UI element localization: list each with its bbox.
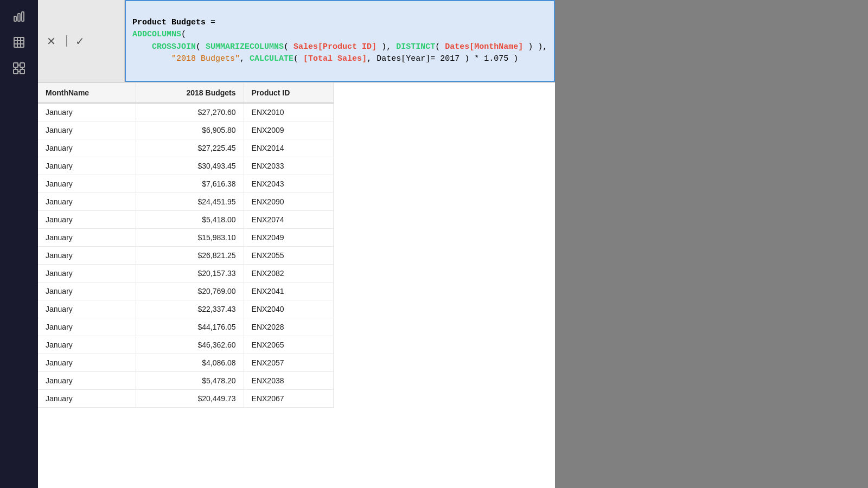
cell-product-id: ENX2009 [244, 121, 333, 139]
cell-month: January [38, 354, 136, 372]
cell-month: January [38, 157, 136, 175]
cell-budget: $4,086.08 [136, 354, 244, 372]
table-row: January$4,086.08ENX2057 [38, 354, 334, 372]
cell-month: January [38, 175, 136, 193]
confirm-button[interactable]: ✓ [72, 33, 89, 50]
cell-product-id: ENX2010 [244, 103, 333, 121]
cell-budget: $7,616.38 [136, 175, 244, 193]
cell-budget: $44,176.05 [136, 318, 244, 336]
formula-field-product-id: Sales[Product ID] [293, 42, 376, 52]
cell-budget: $27,270.60 [136, 103, 244, 121]
cell-budget: $24,451.95 [136, 193, 244, 211]
svg-rect-1 [18, 14, 20, 21]
cell-product-id: ENX2043 [244, 175, 333, 193]
formula-string-budgets: "2018 Budgets" [171, 54, 240, 63]
table-row: January$15,983.10ENX2049 [38, 229, 334, 247]
formula-editor[interactable]: Product Budgets = ADDCOLUMNS( CROSSJOIN(… [125, 0, 555, 82]
cell-product-id: ENX2090 [244, 193, 333, 211]
cell-month: January [38, 247, 136, 265]
svg-rect-3 [14, 37, 24, 47]
cell-month: January [38, 265, 136, 282]
main-content: ✕ | ✓ Product Budgets = ADDCOLUMNS( CROS… [38, 0, 555, 488]
data-table: MonthName 2018 Budgets Product ID Januar… [38, 83, 334, 408]
cell-month: January [38, 229, 136, 247]
cancel-button[interactable]: ✕ [42, 33, 60, 50]
table-row: January$30,493.45ENX2033 [38, 157, 334, 175]
cell-product-id: ENX2055 [244, 247, 333, 265]
col-header-monthname[interactable]: MonthName [38, 83, 136, 103]
formula-summarizecolumns: SUMMARIZECOLUMNS [206, 42, 284, 52]
model-view-icon[interactable] [7, 56, 31, 80]
cell-month: January [38, 390, 136, 408]
col-header-product-id[interactable]: Product ID [244, 83, 333, 103]
cell-product-id: ENX2074 [244, 211, 333, 229]
table-row: January$46,362.60ENX2065 [38, 336, 334, 354]
cell-month: January [38, 318, 136, 336]
cell-month: January [38, 103, 136, 121]
cell-month: January [38, 139, 136, 157]
formula-toolbar: ✕ | ✓ [38, 0, 125, 82]
cell-budget: $20,157.33 [136, 265, 244, 282]
svg-rect-11 [20, 69, 24, 74]
cell-month: January [38, 336, 136, 354]
svg-rect-2 [22, 12, 24, 21]
formula-field-monthname: Dates[MonthName] [445, 42, 523, 52]
sidebar [0, 0, 38, 488]
cell-product-id: ENX2049 [244, 229, 333, 247]
svg-rect-10 [14, 69, 18, 74]
cell-product-id: ENX2028 [244, 318, 333, 336]
table-row: January$20,157.33ENX2082 [38, 265, 334, 282]
table-row: January$27,270.60ENX2010 [38, 103, 334, 121]
table-body: January$27,270.60ENX2010January$6,905.80… [38, 103, 334, 408]
checkmark-icon: ✓ [75, 35, 85, 48]
svg-rect-9 [20, 63, 24, 67]
cell-product-id: ENX2038 [244, 372, 333, 390]
table-row: January$5,418.00ENX2074 [38, 211, 334, 229]
table-header-row: MonthName 2018 Budgets Product ID [38, 83, 334, 103]
formula-crossjoin: CROSSJOIN [152, 42, 196, 52]
table-row: January$27,225.45ENX2014 [38, 139, 334, 157]
table-row: January$26,821.25ENX2055 [38, 247, 334, 265]
cell-budget: $30,493.45 [136, 157, 244, 175]
cancel-icon: ✕ [47, 35, 56, 48]
cell-budget: $46,362.60 [136, 336, 244, 354]
cell-budget: $6,905.80 [136, 121, 244, 139]
cell-month: January [38, 193, 136, 211]
table-row: January$24,451.95ENX2090 [38, 193, 334, 211]
cell-month: January [38, 372, 136, 390]
table-row: January$22,337.43ENX2040 [38, 300, 334, 318]
cell-product-id: ENX2014 [244, 139, 333, 157]
cell-month: January [38, 300, 136, 318]
cell-budget: $15,983.10 [136, 229, 244, 247]
svg-rect-8 [14, 63, 18, 67]
cell-product-id: ENX2082 [244, 265, 333, 282]
data-table-container[interactable]: MonthName 2018 Budgets Product ID Januar… [38, 82, 555, 488]
table-view-icon[interactable] [7, 30, 31, 54]
cell-budget: $22,337.43 [136, 300, 244, 318]
right-panel [555, 0, 868, 488]
table-row: January$20,769.00ENX2041 [38, 282, 334, 300]
cell-month: January [38, 282, 136, 300]
cell-month: January [38, 121, 136, 139]
cell-budget: $20,769.00 [136, 282, 244, 300]
cell-budget: $5,478.20 [136, 372, 244, 390]
cell-budget: $20,449.73 [136, 390, 244, 408]
table-row: January$6,905.80ENX2009 [38, 121, 334, 139]
cell-product-id: ENX2065 [244, 336, 333, 354]
cell-budget: $5,418.00 [136, 211, 244, 229]
cell-product-id: ENX2067 [244, 390, 333, 408]
cell-product-id: ENX2057 [244, 354, 333, 372]
svg-rect-0 [14, 16, 16, 21]
chart-view-icon[interactable] [7, 4, 31, 28]
cell-budget: $26,821.25 [136, 247, 244, 265]
table-row: January$20,449.73ENX2067 [38, 390, 334, 408]
cell-product-id: ENX2041 [244, 282, 333, 300]
cell-product-id: ENX2033 [244, 157, 333, 175]
col-header-budgets[interactable]: 2018 Budgets [136, 83, 244, 103]
formula-distinct: DISTINCT [396, 42, 435, 52]
table-row: January$5,478.20ENX2038 [38, 372, 334, 390]
cell-budget: $27,225.45 [136, 139, 244, 157]
cell-month: January [38, 211, 136, 229]
table-row: January$7,616.38ENX2043 [38, 175, 334, 193]
formula-calculate: CALCULATE [250, 54, 293, 63]
